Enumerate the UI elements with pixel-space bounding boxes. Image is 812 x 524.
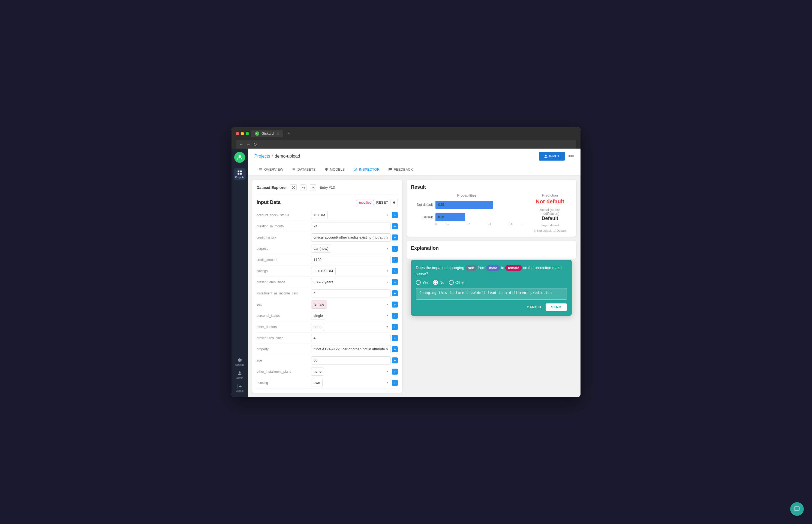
- tab-close-btn[interactable]: ×: [277, 131, 279, 136]
- tab-title: Giskard: [261, 131, 274, 135]
- add-credit-history-btn[interactable]: +: [392, 234, 398, 241]
- sidebar-item-admin[interactable]: admin: [234, 369, 246, 381]
- radio-yes[interactable]: Yes: [416, 280, 429, 285]
- field-present-emp-select[interactable]: .. >= 7 years: [311, 278, 336, 286]
- next-entry-btn[interactable]: ⏭: [310, 184, 316, 191]
- radio-other-label: Other: [455, 280, 465, 285]
- actual-label: Actual (beforemodification): [528, 208, 572, 216]
- radio-no-label: No: [440, 280, 444, 285]
- add-savings-btn[interactable]: +: [392, 268, 398, 274]
- tab-favicon: G: [255, 131, 259, 136]
- more-options-btn[interactable]: •••: [568, 153, 574, 159]
- add-installment-btn[interactable]: +: [392, 290, 398, 296]
- dialog-question: Does the impact of changing sex from mal…: [416, 265, 567, 277]
- field-label-savings: savings: [257, 269, 311, 273]
- sidebar-item-logout[interactable]: Logout: [234, 382, 246, 394]
- feedback-textarea[interactable]: Changing this feature shouldn't lead to …: [416, 288, 567, 300]
- radio-no[interactable]: No: [433, 280, 444, 285]
- bar-label-not-default: Not default: [411, 203, 433, 207]
- axis-02: 0.2: [437, 223, 458, 226]
- field-sex-select[interactable]: female: [311, 300, 327, 309]
- tab-inspector[interactable]: INSPECTOR: [349, 164, 384, 175]
- field-personal-status-select[interactable]: single: [311, 312, 325, 320]
- field-label-personal-status: personal_status: [257, 314, 311, 317]
- shuffle-btn[interactable]: [290, 184, 297, 191]
- field-savings-select[interactable]: ... < 100 DM: [311, 267, 336, 275]
- tab-datasets[interactable]: DATASETS: [288, 164, 320, 175]
- input-data-header: Input Data modified RESET: [257, 199, 398, 207]
- svg-point-6: [355, 169, 356, 169]
- tab-feedback[interactable]: FEEDBACK: [384, 164, 417, 175]
- field-account-select[interactable]: < 0 DM: [311, 211, 328, 219]
- bar-row-default: Default 0.34: [411, 213, 523, 222]
- actual-value: Default: [528, 216, 572, 222]
- sidebar-item-settings[interactable]: Settings: [234, 356, 246, 368]
- add-property-btn[interactable]: +: [392, 346, 398, 352]
- add-account-btn[interactable]: +: [392, 212, 398, 218]
- field-purpose-select[interactable]: car (new): [311, 245, 331, 253]
- browser-tab[interactable]: G Giskard ×: [251, 130, 283, 137]
- bar-not-default: 0.66: [436, 201, 493, 209]
- form-row-present-emp: present_emp_since .. >= 7 years +: [257, 277, 398, 288]
- add-personal-status-btn[interactable]: +: [392, 313, 398, 319]
- field-duration-input[interactable]: [311, 222, 391, 230]
- field-age-input[interactable]: [311, 356, 391, 364]
- input-settings-btn[interactable]: [390, 199, 398, 207]
- add-present-res-btn[interactable]: +: [392, 335, 398, 341]
- prev-entry-btn[interactable]: ⏮: [300, 184, 307, 191]
- field-housing-select[interactable]: own: [311, 379, 323, 387]
- add-sex-btn[interactable]: +: [392, 301, 398, 308]
- nav-forward-btn[interactable]: →: [246, 142, 250, 147]
- add-purpose-btn[interactable]: +: [392, 246, 398, 252]
- traffic-light-green[interactable]: [246, 132, 249, 135]
- tab-models[interactable]: MODELS: [320, 164, 349, 175]
- form-row-account: account_check_status < 0 DM +: [257, 210, 398, 221]
- nav-back-btn[interactable]: ←: [239, 142, 243, 147]
- svg-rect-1: [238, 170, 240, 172]
- radio-other[interactable]: Other: [449, 280, 465, 285]
- tab-inspector-label: INSPECTOR: [359, 167, 379, 171]
- input-data-title: Input Data: [257, 200, 280, 205]
- add-housing-btn[interactable]: +: [392, 380, 398, 386]
- field-property-select[interactable]: if not A121/A122 : car or other, not in …: [311, 345, 391, 353]
- svg-rect-4: [240, 173, 242, 175]
- traffic-light-yellow[interactable]: [241, 132, 244, 135]
- reset-btn[interactable]: RESET: [376, 200, 388, 204]
- add-age-btn[interactable]: +: [392, 357, 398, 363]
- sidebar-item-logout-label: Logout: [236, 390, 243, 392]
- field-credit-amount-input[interactable]: [311, 256, 391, 264]
- field-label-property: property: [257, 347, 311, 351]
- fab-chat-btn[interactable]: [790, 502, 804, 516]
- probabilities-title: Probabilities: [411, 193, 523, 197]
- send-button[interactable]: SEND: [546, 304, 567, 311]
- field-present-res-input[interactable]: [311, 334, 391, 342]
- add-other-debtors-btn[interactable]: +: [392, 324, 398, 330]
- field-other-debtors-select[interactable]: none: [311, 323, 324, 331]
- sidebar-item-projects[interactable]: Projects: [234, 168, 246, 180]
- form-row-other-installment: other_installment_plans none +: [257, 366, 398, 377]
- add-credit-amount-btn[interactable]: +: [392, 257, 398, 263]
- bar-container-not-default: 0.66: [436, 201, 523, 209]
- new-tab-btn[interactable]: +: [287, 131, 290, 136]
- add-other-installment-btn[interactable]: +: [392, 369, 398, 375]
- nav-refresh-btn[interactable]: ↻: [253, 142, 257, 147]
- chart-axis: 0 0.2 0.4 0.6 0.8 1: [436, 223, 523, 226]
- add-duration-btn[interactable]: +: [392, 223, 398, 229]
- add-present-emp-btn[interactable]: +: [392, 279, 398, 285]
- result-content: Probabilities Not default 0.66: [411, 193, 572, 232]
- bar-chart: Not default 0.66 Default: [411, 201, 523, 222]
- tab-overview[interactable]: OVERVIEW: [255, 164, 288, 175]
- left-panel: Dataset Explorer ⏮ ⏭ Entry #13 Input Dat…: [252, 180, 402, 393]
- cancel-button[interactable]: CANCEL: [527, 304, 542, 311]
- breadcrumb-current: demo-upload: [275, 154, 300, 159]
- form-row-personal-status: personal_status single +: [257, 310, 398, 322]
- field-credit-history-input[interactable]: [311, 233, 391, 242]
- invite-button[interactable]: INVITE: [539, 152, 565, 161]
- field-installment-input[interactable]: [311, 289, 391, 297]
- field-label-present-emp: present_emp_since: [257, 280, 311, 284]
- radio-group: Yes No Other: [416, 280, 567, 285]
- breadcrumb-projects-link[interactable]: Projects: [255, 154, 270, 159]
- traffic-light-red[interactable]: [236, 132, 239, 135]
- field-other-installment-select[interactable]: none: [311, 367, 324, 376]
- sidebar-item-settings-label: Settings: [235, 363, 244, 366]
